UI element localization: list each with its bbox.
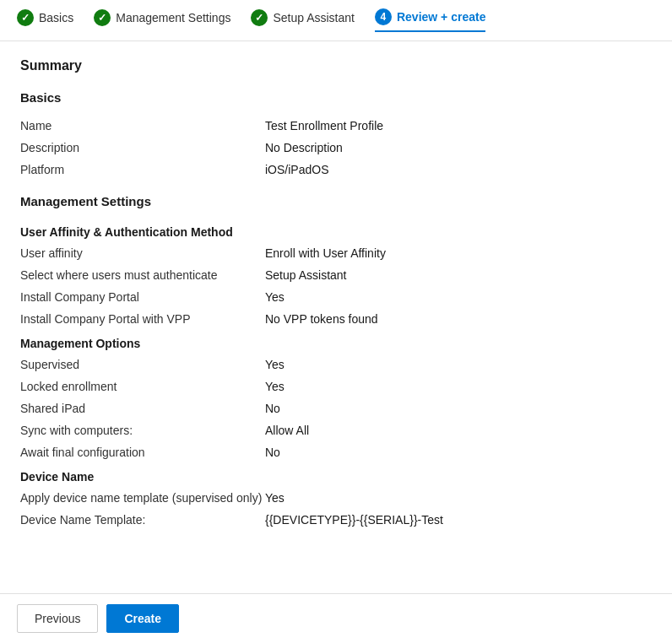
- field-label-apply-template: Apply device name template (supervised o…: [20, 491, 265, 505]
- basics-section-title: Basics: [20, 90, 652, 105]
- user-affinity-subsection-title: User Affinity & Authentication Method: [20, 219, 652, 242]
- field-row-device-name-template: Device Name Template: {{DEVICETYPE}}-{{S…: [20, 509, 652, 531]
- field-value-user-affinity: Enroll with User Affinity: [265, 246, 386, 260]
- field-label-name: Name: [20, 119, 265, 132]
- field-row-install-portal: Install Company Portal Yes: [20, 286, 652, 308]
- field-row-await-config: Await final configuration No: [20, 441, 652, 463]
- field-value-authenticate: Setup Assistant: [265, 268, 347, 282]
- field-row-sync-computers: Sync with computers: Allow All: [20, 419, 652, 441]
- field-label-sync-computers: Sync with computers:: [20, 424, 265, 437]
- tab-review-create[interactable]: 4 Review + create: [375, 8, 485, 32]
- field-label-install-portal-vpp: Install Company Portal with VPP: [20, 312, 265, 326]
- field-row-name: Name Test Enrollment Profile: [20, 115, 652, 137]
- setup-label: Setup Assistant: [273, 11, 355, 24]
- field-value-install-portal-vpp: No VPP tokens found: [265, 312, 378, 326]
- field-value-locked-enrollment: Yes: [265, 380, 285, 393]
- field-value-await-config: No: [265, 446, 280, 459]
- bottom-action-bar: Previous Create: [0, 593, 672, 643]
- field-value-apply-template: Yes: [265, 491, 285, 505]
- field-label-authenticate: Select where users must authenticate: [20, 268, 265, 282]
- field-row-platform: Platform iOS/iPadOS: [20, 159, 652, 181]
- create-button[interactable]: Create: [106, 604, 179, 633]
- management-check-icon: ✓: [94, 9, 111, 26]
- tab-setup-assistant[interactable]: ✓ Setup Assistant: [251, 9, 355, 31]
- management-section: Management Settings User Affinity & Auth…: [20, 194, 652, 531]
- field-row-locked-enrollment: Locked enrollment Yes: [20, 376, 652, 397]
- field-value-install-portal: Yes: [265, 290, 285, 304]
- field-label-platform: Platform: [20, 163, 265, 176]
- field-row-description: Description No Description: [20, 137, 652, 159]
- field-row-user-affinity: User affinity Enroll with User Affinity: [20, 242, 652, 264]
- main-content: Summary Basics Name Test Enrollment Prof…: [0, 41, 672, 607]
- field-value-sync-computers: Allow All: [265, 424, 309, 437]
- device-name-subsection-title: Device Name: [20, 463, 652, 487]
- field-row-shared-ipad: Shared iPad No: [20, 397, 652, 419]
- field-row-apply-template: Apply device name template (supervised o…: [20, 487, 652, 509]
- field-label-shared-ipad: Shared iPad: [20, 402, 265, 415]
- tab-basics[interactable]: ✓ Basics: [17, 9, 73, 31]
- basics-section: Basics Name Test Enrollment Profile Desc…: [20, 90, 652, 181]
- wizard-navigation: ✓ Basics ✓ Management Settings ✓ Setup A…: [0, 0, 672, 41]
- review-number-icon: 4: [375, 8, 392, 25]
- field-row-authenticate: Select where users must authenticate Set…: [20, 264, 652, 286]
- field-row-supervised: Supervised Yes: [20, 354, 652, 376]
- field-label-device-name-template: Device Name Template:: [20, 513, 265, 527]
- management-label: Management Settings: [116, 11, 230, 24]
- field-value-shared-ipad: No: [265, 402, 280, 415]
- previous-button[interactable]: Previous: [17, 604, 98, 633]
- field-value-description: No Description: [265, 141, 343, 154]
- field-value-supervised: Yes: [265, 358, 285, 371]
- field-value-name: Test Enrollment Profile: [265, 119, 383, 132]
- basics-check-icon: ✓: [17, 9, 34, 26]
- field-value-platform: iOS/iPadOS: [265, 163, 328, 176]
- field-label-description: Description: [20, 141, 265, 154]
- field-value-device-name-template: {{DEVICETYPE}}-{{SERIAL}}-Test: [265, 513, 443, 527]
- field-label-user-affinity: User affinity: [20, 246, 265, 260]
- review-label: Review + create: [397, 10, 485, 24]
- field-label-supervised: Supervised: [20, 358, 265, 371]
- setup-check-icon: ✓: [251, 9, 268, 26]
- field-label-install-portal: Install Company Portal: [20, 290, 265, 304]
- field-label-await-config: Await final configuration: [20, 446, 265, 459]
- tab-management-settings[interactable]: ✓ Management Settings: [94, 9, 230, 31]
- management-options-subsection-title: Management Options: [20, 330, 652, 354]
- field-row-install-portal-vpp: Install Company Portal with VPP No VPP t…: [20, 308, 652, 330]
- management-section-title: Management Settings: [20, 194, 652, 208]
- page-title: Summary: [20, 58, 652, 73]
- field-label-locked-enrollment: Locked enrollment: [20, 380, 265, 393]
- basics-label: Basics: [39, 11, 73, 24]
